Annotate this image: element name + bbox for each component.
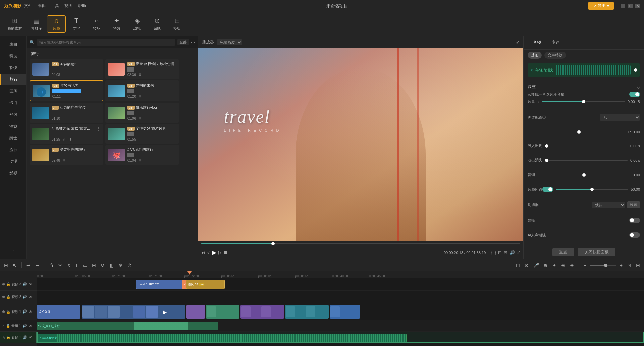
clip-green1[interactable]: [206, 305, 239, 319]
track-a2-lock[interactable]: 🔒: [6, 336, 10, 339]
track-v2-eye[interactable]: 👁: [29, 295, 32, 299]
menu-tools[interactable]: 工具: [51, 3, 59, 9]
redo-btn[interactable]: ↪: [34, 262, 41, 269]
more-icon-7[interactable]: ⋮: [97, 126, 101, 131]
select-btn[interactable]: ↖: [11, 262, 18, 269]
menu-edit[interactable]: 编辑: [38, 3, 46, 9]
fade-in-slider[interactable]: [545, 146, 628, 146]
music-item-10[interactable]: 🐙 纪念我们的旅行 01:04 ⬇: [105, 145, 179, 165]
track-scroll-area[interactable]: 00:00 00:00:05:00 00:00:10:00 00:00:15:0…: [37, 271, 644, 346]
music-item-8[interactable]: VIP 变得更好 旅游风景 01:55: [105, 124, 179, 144]
tool-sticker[interactable]: ⊕ 贴纸: [148, 15, 166, 32]
download-icon-6[interactable]: ⬇: [138, 116, 142, 121]
noise-toggle[interactable]: [629, 218, 640, 223]
smart-volume-toggle[interactable]: [629, 92, 640, 97]
balance-slider[interactable]: [532, 132, 626, 132]
waveform-btn[interactable]: ≋: [542, 262, 549, 269]
track-v2-lock[interactable]: 🔒: [6, 295, 10, 299]
menu-view[interactable]: 视图: [64, 3, 72, 9]
ai-cut-btn[interactable]: ✦: [551, 262, 558, 269]
volume-diamond-icon[interactable]: ◇: [536, 99, 539, 104]
zoom-in-btn[interactable]: +: [619, 262, 624, 269]
mark-out-icon[interactable]: }: [495, 250, 496, 255]
track-v1-audio[interactable]: 🔊: [22, 309, 27, 314]
music-item-1[interactable]: VIP 美好的旅行 04:08: [30, 59, 103, 79]
clip-strip-1[interactable]: ▶: [82, 305, 185, 319]
track-v3-eye[interactable]: 👁: [29, 282, 32, 286]
track-a2-eye[interactable]: 👁: [29, 335, 33, 339]
track-v2-audio[interactable]: 🔊: [22, 295, 27, 299]
zoom-handle[interactable]: [604, 264, 607, 267]
more-icon[interactable]: ⋯: [191, 40, 195, 45]
clip-gangfeng[interactable]: 港风 04 VIP: [186, 280, 225, 289]
tool-audio[interactable]: ♫ 音频: [47, 15, 66, 33]
close-button[interactable]: ✕: [635, 4, 640, 8]
search-input[interactable]: [37, 39, 175, 46]
clip-teal[interactable]: [285, 305, 329, 319]
tool-text[interactable]: T 文字: [67, 16, 86, 32]
audio-separate-btn[interactable]: ♫: [66, 262, 72, 269]
music-item-7[interactable]: ↻ 森林之光 放松 旅游... ⋮ 01:25 ☆ ⬇: [30, 124, 103, 144]
cat-travel[interactable]: 旅行: [0, 74, 26, 85]
clip-audio2-main[interactable]: ♫ 年轻有活力: [38, 334, 407, 342]
tool-filter[interactable]: ◈ 滤镜: [127, 15, 146, 32]
download-icon-4[interactable]: ⬇: [138, 94, 142, 99]
track-a2-mute[interactable]: 🔊: [23, 335, 28, 340]
clip-purple[interactable]: [186, 305, 205, 319]
progress-handle[interactable]: [271, 242, 275, 245]
split-btn[interactable]: ⊖: [569, 262, 575, 269]
maximize-button[interactable]: □: [628, 4, 633, 8]
timer-btn[interactable]: ⏱: [126, 262, 133, 269]
download-icon-7[interactable]: ⬇: [69, 137, 72, 142]
filter-dropdown[interactable]: 全部: [177, 39, 189, 45]
cut-btn[interactable]: ✂: [57, 262, 64, 269]
tool-template[interactable]: ⊟ 模板: [168, 15, 186, 32]
undo-btn[interactable]: ↩: [25, 262, 32, 269]
pitch-slider[interactable]: [538, 175, 630, 175]
audio-handle[interactable]: [634, 68, 637, 72]
music-item-2[interactable]: VIP 春天 旅行愉快 放松心情 02:39 ⬇: [105, 59, 179, 79]
menu-file[interactable]: 文件: [24, 3, 32, 9]
zoom-out-btn[interactable]: −: [582, 262, 588, 269]
clip-travel[interactable]: travel / LIFE RE... ✕: [136, 280, 188, 289]
cat-jueshi[interactable]: 爵士: [0, 133, 26, 144]
trim-btn[interactable]: ◧: [108, 262, 115, 269]
tab-audio[interactable]: 音频: [528, 36, 546, 49]
clip-chengzhang[interactable]: 成长分屏: [37, 305, 80, 319]
tool-library[interactable]: ▤ 素材库: [27, 15, 46, 32]
flash-toggle[interactable]: [542, 187, 553, 192]
subtab-basic[interactable]: 基础: [528, 52, 542, 59]
cat-guofeng[interactable]: 国风: [0, 86, 26, 97]
tab-speed[interactable]: 变速: [546, 36, 565, 49]
cat-yingshi[interactable]: 影视: [0, 168, 26, 179]
split-screen-icon[interactable]: ⊡: [498, 250, 502, 255]
cat-dongman[interactable]: 动漫: [0, 156, 26, 167]
frame-btn[interactable]: ▭: [82, 262, 89, 269]
frame-back-icon[interactable]: ◁: [207, 250, 210, 255]
music-item-6[interactable]: VIP 快乐旅行vlog 01:06 ⬇: [105, 103, 179, 123]
subtab-voice-effect[interactable]: 变声特效: [544, 52, 566, 59]
fade-out-slider[interactable]: [545, 160, 628, 161]
snap-btn[interactable]: ⊡: [515, 262, 521, 269]
stereo-select[interactable]: 无: [600, 114, 640, 121]
track-v3-lock[interactable]: 🔒: [6, 282, 10, 286]
track-v1-lock[interactable]: 🔒: [6, 310, 10, 314]
volume-slider[interactable]: [542, 101, 625, 102]
preview-progress-bar[interactable]: [201, 243, 520, 244]
music-item-3[interactable]: ♫ VIP 年轻有活力 01:11: [30, 80, 103, 101]
reset-button[interactable]: 重置: [552, 248, 574, 256]
freeze-btn[interactable]: ❄: [117, 262, 124, 269]
cat-shuqing[interactable]: 舒缓: [0, 109, 26, 120]
tool-assets[interactable]: ⊞ 我的素材: [4, 15, 25, 32]
mic-btn[interactable]: 🎤: [532, 262, 540, 269]
fullscreen-icon[interactable]: ⤢: [517, 250, 521, 255]
skip-back-icon[interactable]: ⏮: [201, 250, 205, 255]
adjust-diamond-icon[interactable]: ◇: [637, 85, 640, 89]
frame-forward-icon[interactable]: ▷: [218, 250, 222, 255]
menu-help[interactable]: 帮助: [78, 3, 86, 9]
track-v3-audio[interactable]: 🔊: [22, 282, 27, 286]
download-icon-10[interactable]: ⬇: [138, 158, 142, 163]
download-icon-2[interactable]: ⬇: [138, 72, 142, 77]
pip-icon[interactable]: ⊟: [504, 250, 507, 255]
delete-btn[interactable]: 🗑: [48, 262, 55, 269]
